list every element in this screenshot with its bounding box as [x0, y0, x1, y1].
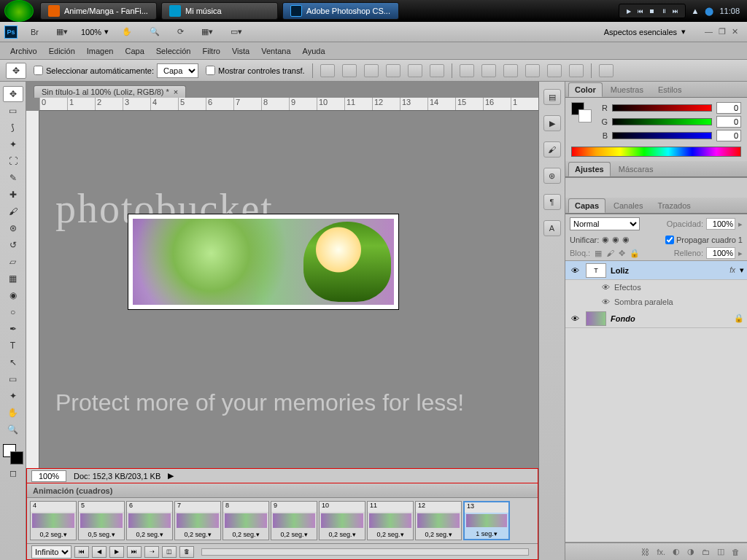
menu-capa[interactable]: Capa	[125, 47, 144, 55]
play-button[interactable]: ▶	[109, 546, 124, 558]
3d-tool[interactable]: ✦	[3, 388, 23, 404]
color-swatches[interactable]	[3, 444, 23, 464]
history-icon[interactable]: ▤	[543, 89, 561, 105]
crop-tool[interactable]: ⛶	[3, 153, 23, 169]
brush-tool[interactable]: 🖌	[3, 203, 23, 219]
g-input[interactable]	[716, 116, 741, 128]
menu-selección[interactable]: Selección	[156, 47, 191, 55]
align-icon[interactable]	[364, 64, 379, 77]
close-icon[interactable]: ✕	[732, 27, 738, 36]
layer-fx-item[interactable]: 👁Sombra paralela	[565, 295, 747, 309]
layer-item[interactable]: 👁 T Loliz fx ▾	[565, 261, 747, 280]
group-icon[interactable]: 🗀	[702, 548, 710, 556]
lock-icon[interactable]: ▦	[595, 249, 602, 258]
spectrum-bar[interactable]	[571, 147, 741, 157]
layer-name[interactable]: Loliz	[611, 266, 725, 275]
new-frame-button[interactable]: ◫	[162, 546, 177, 558]
unify-icon[interactable]: ◉	[612, 235, 619, 244]
first-frame-button[interactable]: ⏮	[74, 546, 89, 558]
taskbar-item[interactable]: Adobe Photoshop CS...	[282, 2, 399, 20]
quickmask-icon[interactable]: ◻	[3, 465, 23, 481]
b-input[interactable]	[716, 130, 741, 141]
chevron-right-icon[interactable]: ▶	[168, 471, 174, 481]
eraser-tool[interactable]: ▱	[3, 254, 23, 270]
animation-frame[interactable]: 40,2 seg.▾	[30, 501, 77, 540]
close-icon[interactable]: ×	[174, 88, 178, 96]
prev-frame-button[interactable]: ◀	[92, 546, 107, 558]
auto-select-target[interactable]: Capa	[157, 63, 198, 78]
pause-icon[interactable]: ⏸	[659, 6, 669, 16]
align-icon[interactable]	[430, 64, 444, 77]
actions-icon[interactable]: ▶	[543, 115, 561, 131]
new-layer-icon[interactable]: ◫	[717, 547, 724, 556]
screen-icon[interactable]: ▭▾	[226, 26, 247, 38]
animation-frame[interactable]: 60,2 seg.▾	[126, 501, 173, 540]
animation-frame[interactable]: 90,2 seg.▾	[271, 501, 317, 540]
animation-frame[interactable]: 50,5 seg.▾	[78, 501, 125, 540]
align-icon[interactable]	[386, 64, 400, 77]
bridge-icon[interactable]: Br	[26, 26, 43, 38]
propagate-checkbox[interactable]: Propagar cuadro 1	[665, 236, 743, 244]
start-button[interactable]	[4, 0, 34, 22]
g-slider[interactable]	[612, 118, 712, 125]
adjustment-icon[interactable]: ◑	[687, 547, 694, 556]
stamp-tool[interactable]: ⊛	[3, 220, 23, 236]
menu-edición[interactable]: Edición	[49, 47, 75, 55]
menu-ventana[interactable]: Ventana	[261, 47, 290, 55]
next-icon[interactable]: ⏭	[670, 6, 681, 16]
tray-icon[interactable]: ▲	[692, 7, 700, 15]
blur-tool[interactable]: ◉	[3, 287, 23, 303]
taskbar-item[interactable]: Mi música	[161, 2, 278, 20]
zoom-icon[interactable]: 🔍	[145, 26, 164, 38]
menu-imagen[interactable]: Imagen	[87, 47, 114, 55]
animation-frame[interactable]: 131 seg.▾	[463, 501, 510, 540]
distribute-icon[interactable]	[460, 64, 474, 77]
panel-tab[interactable]: Muestras	[604, 82, 650, 97]
path-tool[interactable]: ↖	[3, 354, 23, 370]
gradient-tool[interactable]: ▦	[3, 271, 23, 287]
distribute-icon[interactable]	[481, 64, 496, 77]
b-slider[interactable]	[612, 132, 712, 139]
lock-icon[interactable]: 🔒	[630, 249, 640, 258]
lock-icon[interactable]: ✥	[619, 249, 625, 258]
distribute-icon[interactable]	[525, 64, 540, 77]
distribute-icon[interactable]	[503, 64, 518, 77]
delete-icon[interactable]: 🗑	[732, 548, 740, 556]
auto-select-checkbox[interactable]: Seleccionar automáticamente: Capa	[34, 63, 198, 78]
hand-icon[interactable]: ✋	[117, 26, 136, 38]
zoom-field[interactable]	[31, 470, 66, 482]
hand-tool[interactable]: ✋	[3, 405, 23, 421]
fx-badge[interactable]: fx	[729, 266, 735, 274]
zoom-tool[interactable]: 🔍	[3, 421, 23, 438]
layout-icon[interactable]: ▦▾	[52, 26, 72, 38]
opacity-input[interactable]	[706, 218, 735, 230]
link-icon[interactable]: ⛓	[641, 548, 649, 556]
clone-icon[interactable]: ⊛	[543, 168, 561, 184]
layer-fx-group[interactable]: 👁Efectos	[565, 280, 747, 295]
restore-icon[interactable]: ❐	[719, 27, 726, 36]
lock-icon[interactable]: 🖌	[606, 249, 614, 257]
shape-tool[interactable]: ▭	[3, 371, 23, 387]
panel-tab[interactable]: Canales	[607, 198, 649, 213]
arrange-icon[interactable]: ▦▾	[197, 26, 217, 38]
rotate-icon[interactable]: ⟳	[173, 26, 188, 38]
transform-controls-checkbox[interactable]: Mostrar controles transf.	[206, 66, 305, 75]
next-frame-button[interactable]: ⏭	[127, 546, 142, 558]
character-icon[interactable]: A	[543, 220, 561, 236]
scrollbar[interactable]	[201, 548, 529, 556]
fill-input[interactable]	[706, 247, 735, 259]
taskbar-item[interactable]: Anime/Manga - FanFi...	[40, 2, 157, 20]
align-icon[interactable]	[342, 64, 357, 77]
r-input[interactable]	[716, 102, 741, 114]
dodge-tool[interactable]: ○	[3, 304, 23, 320]
layer-name[interactable]: Fondo	[611, 314, 729, 323]
fx-icon[interactable]: fx.	[657, 548, 665, 556]
move-tool[interactable]: ✥	[3, 86, 23, 102]
prev-icon[interactable]: ⏮	[635, 6, 646, 16]
mask-icon[interactable]: ◐	[673, 547, 680, 556]
menu-vista[interactable]: Vista	[232, 47, 249, 55]
media-controls[interactable]: ▶ ⏮ ⏹ ⏸ ⏭	[619, 4, 686, 18]
visibility-icon[interactable]: 👁	[568, 314, 581, 323]
animation-frame[interactable]: 70,2 seg.▾	[174, 501, 221, 540]
animation-frame[interactable]: 110,2 seg.▾	[367, 501, 414, 540]
